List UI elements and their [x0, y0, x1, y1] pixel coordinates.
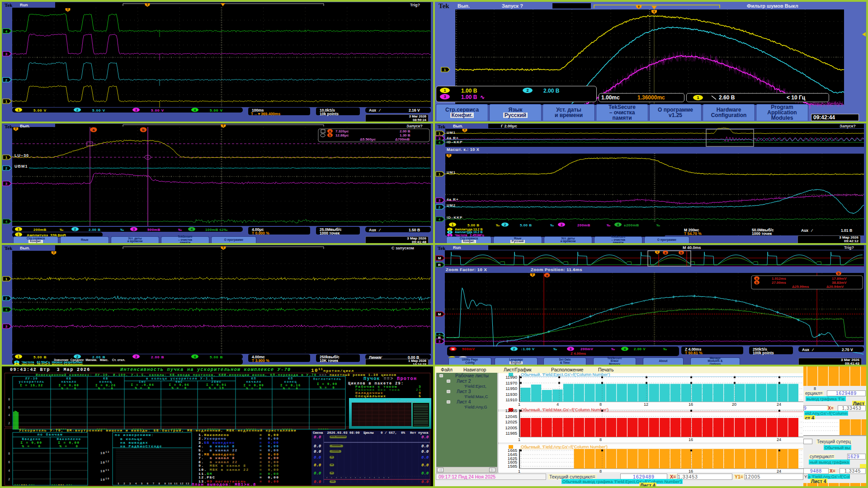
svg-text:4: 4 — [194, 108, 196, 112]
svg-text:4: 4 — [624, 347, 626, 351]
svg-text:M: M — [452, 347, 455, 351]
svg-text:3: 3 — [135, 108, 137, 112]
svg-text:1: 1 — [443, 88, 446, 93]
svg-text:2: 2 — [76, 108, 79, 112]
svg-text:3: 3 — [570, 347, 572, 351]
svg-text:1: 1 — [18, 108, 20, 112]
svg-text:1: 1 — [697, 95, 699, 100]
svg-text:2: 2 — [513, 347, 515, 351]
svg-text:3: 3 — [443, 94, 446, 99]
svg-text:2: 2 — [526, 88, 528, 93]
